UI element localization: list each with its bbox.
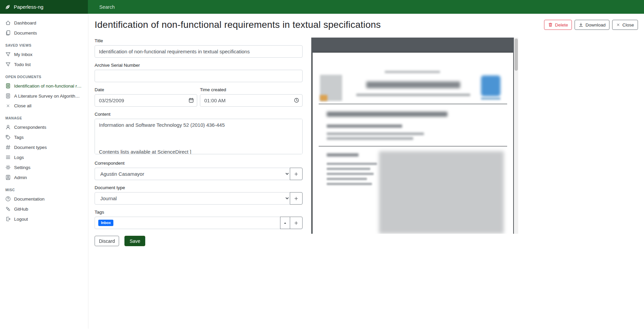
add-document-type-button[interactable] [290, 192, 303, 205]
file-text-icon [5, 83, 11, 89]
sidebar-section-misc: MISC [0, 182, 88, 194]
sidebar-item-open-doc-2[interactable]: A Literature Survey on Algorithms for Mu… [0, 91, 88, 101]
list-icon [5, 155, 11, 160]
sidebar-item-dashboard[interactable]: Dashboard [0, 18, 88, 28]
preview-scrollbar[interactable] [514, 38, 518, 234]
funnel-icon [5, 52, 11, 57]
sidebar-item-correspondents[interactable]: Correspondents [0, 122, 88, 132]
sidebar-item-github[interactable]: GitHub [0, 204, 88, 214]
person-badge-icon [5, 175, 11, 180]
close-button[interactable]: Close [612, 20, 638, 30]
time-created-input[interactable] [200, 94, 303, 107]
calendar-icon[interactable] [189, 98, 194, 103]
file-text-icon [5, 93, 11, 99]
close-icon [616, 23, 620, 27]
add-correspondent-button[interactable] [290, 168, 303, 180]
pdf-blur-authors [327, 124, 402, 128]
sidebar-item-tags[interactable]: Tags [0, 132, 88, 142]
discard-button[interactable]: Discard [95, 236, 119, 246]
tags-collapse-button[interactable] [280, 217, 290, 229]
sidebar-item-documentation[interactable]: Documentation [0, 194, 88, 204]
tag-badge-inbox[interactable]: Inbox [98, 220, 113, 226]
funnel-icon [5, 62, 11, 67]
house-icon [5, 20, 11, 25]
delete-button[interactable]: Delete [544, 20, 572, 30]
pdf-rule [319, 104, 507, 104]
sidebar-item-todo-list[interactable]: Todo list [0, 59, 88, 69]
pdf-blur-publisher-line [481, 98, 500, 100]
download-button[interactable]: Download [575, 20, 609, 30]
pdf-rule [319, 146, 507, 147]
time-created-label: Time created [200, 87, 303, 92]
navbar-brand[interactable]: Paperless-ng [0, 0, 88, 14]
hash-icon [5, 145, 11, 150]
correspondent-select[interactable]: Agustin Casamayor [95, 168, 290, 180]
sidebar-item-label: Close all [14, 103, 32, 108]
pdf-blur-journal-title [366, 81, 460, 88]
sidebar-section-manage: MANAGE [0, 111, 88, 122]
pdf-blur-info-line [327, 183, 372, 185]
content-textarea[interactable]: Information and Software Technology 52 (… [95, 119, 303, 154]
sidebar-item-documents[interactable]: Documents [0, 28, 88, 38]
correspondent-label: Correspondent [95, 161, 303, 166]
pdf-page [313, 53, 513, 234]
gear-icon [5, 165, 11, 170]
sidebar-item-admin[interactable]: Admin [0, 172, 88, 182]
sidebar-item-label: Todo list [14, 62, 31, 67]
sidebar-item-label: Documents [14, 31, 37, 36]
sidebar-item-settings[interactable]: Settings [0, 162, 88, 172]
documents-icon [5, 30, 11, 36]
sidebar-item-label: Dashboard [14, 20, 36, 25]
close-icon [5, 104, 11, 108]
caret-up-icon [283, 221, 287, 225]
pdf-blur-cover-accent [320, 95, 327, 101]
save-button[interactable]: Save [124, 236, 145, 246]
pdf-blur-header-line [385, 71, 440, 73]
download-button-label: Download [585, 22, 605, 28]
sidebar-item-my-inbox[interactable]: My Inbox [0, 49, 88, 59]
asn-label: Archive Serial Number [95, 63, 303, 68]
sidebar-item-open-doc-1[interactable]: Identification of non-functional require… [0, 81, 88, 91]
download-icon [579, 22, 583, 27]
link-icon [5, 206, 11, 212]
pdf-blur-info-line [327, 178, 367, 180]
navbar-search [88, 0, 644, 14]
title-input[interactable] [95, 45, 303, 58]
pdf-blur-journal-subline [356, 94, 470, 96]
sidebar-item-document-types[interactable]: Document types [0, 142, 88, 152]
sidebar-item-label: Documentation [14, 197, 45, 202]
pdf-blur-affiliation-1 [327, 132, 424, 135]
preview-scrollbar-thumb[interactable] [515, 39, 518, 71]
date-input[interactable] [95, 94, 197, 107]
trash-icon [548, 22, 553, 27]
delete-button-label: Delete [555, 22, 568, 28]
leaf-logo-icon [5, 4, 11, 10]
pdf-blur-publisher-logo [481, 75, 500, 96]
sidebar-section-open-documents: OPEN DOCUMENTS [0, 69, 88, 81]
tags-input[interactable]: Inbox [95, 217, 280, 229]
pdf-blur-abstract-block [379, 151, 504, 234]
plus-icon [294, 172, 299, 176]
search-input[interactable] [88, 0, 644, 14]
content-label: Content [95, 112, 303, 117]
add-tag-button[interactable] [290, 217, 303, 229]
sidebar-item-label: A Literature Survey on Algorithms for Mu… [14, 94, 83, 99]
clock-icon[interactable] [294, 98, 299, 103]
pdf-viewer [311, 38, 514, 234]
sidebar-item-logout[interactable]: Logout [0, 214, 88, 224]
person-icon [5, 124, 11, 130]
sidebar-item-logs[interactable]: Logs [0, 152, 88, 162]
sidebar-item-label: Identification of non-functional require… [14, 84, 83, 89]
sidebar-item-label: Logs [14, 155, 24, 160]
sidebar-item-label: Settings [14, 165, 31, 170]
asn-input[interactable] [95, 70, 303, 82]
sidebar-item-label: Tags [14, 135, 24, 140]
document-type-select[interactable]: Journal [95, 192, 290, 205]
pdf-blur-info-line [327, 163, 377, 165]
title-label: Title [95, 38, 303, 43]
sidebar-item-close-all[interactable]: Close all [0, 101, 88, 111]
date-label: Date [95, 87, 197, 92]
sidebar-section-saved-views: SAVED VIEWS [0, 38, 88, 49]
sidebar-item-label: My Inbox [14, 52, 33, 57]
pdf-blur-info-line [327, 173, 374, 175]
